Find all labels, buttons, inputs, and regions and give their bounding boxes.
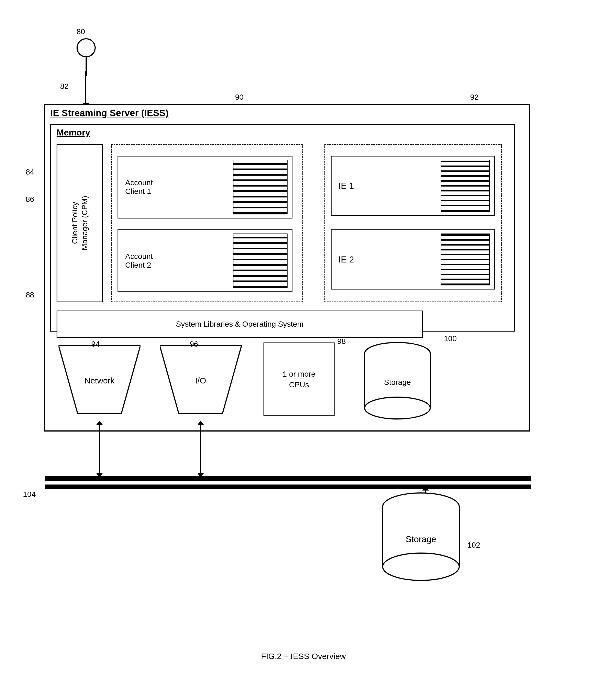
ie2-box: IE 2 <box>331 229 495 289</box>
bus-line-1 <box>45 476 531 481</box>
label-94: 94 <box>91 340 100 348</box>
network-arrow <box>99 425 100 474</box>
ac2-stripes <box>233 233 288 288</box>
network-trapezoid-svg: Network <box>58 345 140 416</box>
ac1-label: AccountClient 1 <box>123 178 233 196</box>
svg-text:Network: Network <box>84 376 115 385</box>
cpm-box: Client PolicyManager (CPM) <box>57 144 103 302</box>
ac1-stripes <box>233 160 288 214</box>
diagram: 80 82 90 92 IE Streaming Server (IESS) M… <box>44 22 563 677</box>
ie2-stripes <box>441 233 490 285</box>
io-arrow <box>200 425 201 474</box>
label-100: 100 <box>444 334 457 343</box>
svg-text:Storage: Storage <box>406 534 436 544</box>
iess-box: IE Streaming Server (IESS) Memory Client… <box>44 104 530 431</box>
storage-external: Storage 102 <box>380 491 462 586</box>
label-90: 90 <box>235 93 244 102</box>
user-icon <box>76 38 96 57</box>
storage-inner: Storage <box>362 340 433 423</box>
syslib-label: System Libraries & Operating System <box>176 320 304 329</box>
ie1-label: IE 1 <box>336 181 441 191</box>
ac2-label: AccountClient 2 <box>123 252 233 270</box>
svg-text:I/O: I/O <box>195 376 206 385</box>
memory-box: Memory Client PolicyManager (CPM) Accoun… <box>50 124 515 331</box>
ie2-label: IE 2 <box>336 255 441 265</box>
ie1-stripes <box>441 160 490 212</box>
label-104: 104 <box>23 490 36 499</box>
label-88: 88 <box>26 290 34 299</box>
figure-caption: FIG.2 – IESS Overview <box>261 652 346 661</box>
svg-text:Storage: Storage <box>384 378 411 386</box>
memory-title: Memory <box>57 128 90 138</box>
label-86: 86 <box>26 195 34 204</box>
label-82: 82 <box>60 82 69 91</box>
storage-inner-svg: Storage <box>362 340 433 422</box>
account-client-1: AccountClient 1 <box>117 156 292 218</box>
person-arrow <box>85 71 86 104</box>
iess-title: IE Streaming Server (IESS) <box>50 108 169 118</box>
label-92: 92 <box>470 93 478 102</box>
label-80: 80 <box>76 27 85 36</box>
label-96: 96 <box>190 340 198 348</box>
label-98: 98 <box>337 337 346 346</box>
network-component: Network <box>58 345 140 416</box>
cpu-label: 1 or moreCPUs <box>283 369 316 390</box>
storage-external-svg: Storage <box>380 491 462 585</box>
syslib-box: System Libraries & Operating System <box>57 311 423 338</box>
cpu-box: 1 or moreCPUs <box>264 342 335 416</box>
account-clients-container: AccountClient 1 AccountClient 2 <box>111 144 303 302</box>
io-component: I/O <box>159 345 242 416</box>
io-trapezoid-svg: I/O <box>159 345 242 416</box>
label-102: 102 <box>468 541 480 549</box>
account-client-2: AccountClient 2 <box>117 229 292 292</box>
svg-point-14 <box>383 553 459 580</box>
label-84: 84 <box>26 168 34 176</box>
ie-container: IE 1 IE 2 <box>324 144 502 302</box>
cpm-label: Client PolicyManager (CPM) <box>70 196 90 250</box>
bus-line-2 <box>45 485 531 489</box>
svg-point-8 <box>365 397 430 419</box>
ie1-box: IE 1 <box>331 156 495 216</box>
